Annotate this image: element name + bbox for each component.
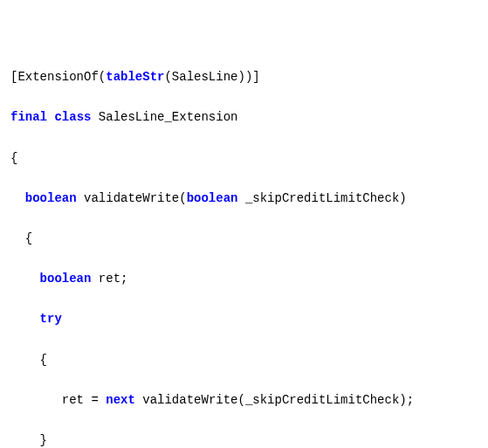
kw-try: try (40, 312, 62, 326)
equals: = (91, 393, 98, 407)
ident-salesline: SalesLine (172, 70, 238, 84)
paren: ( (237, 393, 244, 407)
code-line-10: } (10, 431, 478, 448)
type-boolean: boolean (187, 191, 238, 205)
code-line-7: try (10, 309, 478, 329)
call-validatewrite: validateWrite (142, 393, 237, 407)
brace-close: } (40, 433, 47, 447)
arg-skipcredit: _skipCreditLimitCheck (245, 393, 399, 407)
space (91, 110, 98, 124)
param-name: _skipCreditLimitCheck (245, 191, 399, 205)
code-line-9: ret = next validateWrite(_skipCreditLimi… (10, 390, 478, 410)
paren: ( (99, 70, 106, 84)
indent (10, 393, 62, 407)
code-line-6: boolean ret; (10, 269, 478, 289)
paren: ) (399, 393, 406, 407)
brace-open: { (25, 231, 32, 245)
space (135, 393, 142, 407)
paren: ) (237, 70, 244, 84)
brace-open: { (10, 151, 17, 165)
space (91, 272, 98, 286)
indent (10, 353, 40, 367)
indent (10, 312, 40, 326)
kw-class: class (54, 110, 91, 124)
code-line-4: boolean validateWrite(boolean _skipCredi… (10, 189, 478, 209)
var-ret: ret (62, 393, 84, 407)
type-boolean: boolean (40, 272, 92, 286)
type-boolean: boolean (25, 191, 77, 205)
var-ret: ret (99, 272, 120, 286)
kw-final: final (10, 110, 47, 124)
code-line-2: final class SalesLine_Extension (10, 107, 478, 128)
paren: ( (179, 191, 186, 205)
code-line-3: { (10, 148, 478, 169)
space (99, 393, 106, 407)
code-line-5: { (10, 229, 478, 249)
space (77, 191, 84, 205)
code-line-8: { (10, 350, 478, 370)
indent (10, 191, 25, 205)
indent (10, 433, 40, 447)
kw-tablestr: tableStr (106, 70, 164, 84)
code-editor: [ExtensionOf(tableStr(SalesLine))] final… (10, 67, 478, 448)
code-line-1: [ExtensionOf(tableStr(SalesLine))] (10, 67, 478, 87)
paren: ( (164, 70, 171, 84)
semicolon: ; (407, 393, 414, 407)
attr-extensionof: ExtensionOf (17, 70, 98, 84)
indent (10, 231, 25, 245)
paren: ) (399, 191, 406, 205)
method-name: validateWrite (84, 191, 179, 205)
indent (10, 272, 40, 286)
kw-next: next (106, 393, 135, 407)
class-name: SalesLine_Extension (99, 110, 238, 124)
space (237, 191, 244, 205)
semicolon: ; (120, 272, 127, 286)
brace-open: { (40, 353, 47, 367)
bracket-close: ] (252, 70, 259, 84)
